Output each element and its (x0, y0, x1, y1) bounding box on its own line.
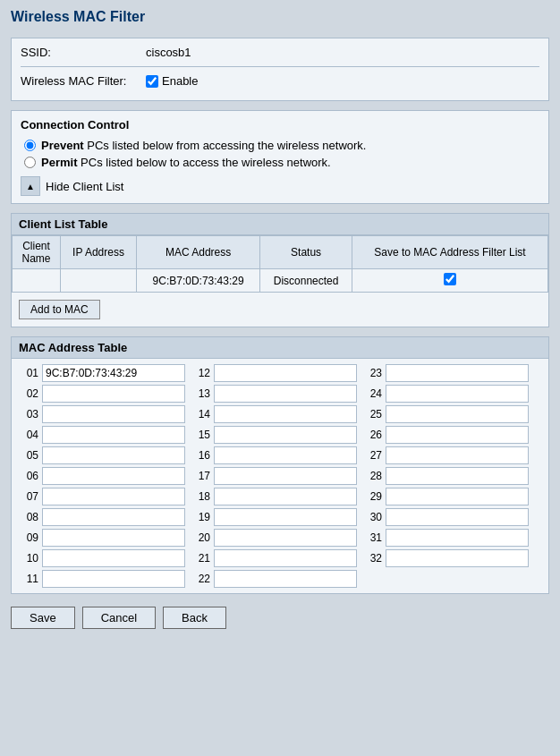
mac-entry-row: 05 (19, 446, 185, 464)
col-mac-address: MAC Address (137, 236, 260, 269)
mac-entry-row: 18 (191, 488, 357, 505)
cell-save (352, 269, 548, 293)
mac-entry-input[interactable] (214, 570, 357, 588)
save-button[interactable]: Save (11, 607, 75, 629)
mac-entry-input[interactable] (42, 549, 185, 567)
mac-entry-row: 12 (191, 364, 357, 382)
mac-entry-input[interactable] (386, 405, 529, 423)
mac-entry-row: 14 (191, 405, 357, 423)
mac-entry-number: 17 (191, 470, 210, 482)
mac-entry-number: 26 (362, 429, 382, 441)
client-list-table-section: Client List Table ClientName IP Address … (11, 213, 549, 327)
mac-entry-input[interactable] (214, 488, 357, 505)
mac-entry-row: 07 (19, 488, 185, 505)
mac-entry-number: 14 (191, 408, 210, 420)
mac-entry-row: 01 (19, 364, 185, 382)
save-checkbox[interactable] (444, 273, 456, 285)
mac-entry-input[interactable] (214, 508, 357, 526)
mac-entry-number: 22 (191, 573, 210, 585)
mac-entry-input[interactable] (214, 385, 357, 403)
col-save-to-mac: Save to MAC Address Filter List (352, 236, 548, 269)
mac-column: 23242526272829303132 (362, 364, 529, 567)
mac-entry-input[interactable] (386, 508, 529, 526)
mac-entry-row: 22 (191, 570, 357, 588)
col-ip-address: IP Address (61, 236, 137, 269)
mac-entry-input[interactable] (214, 549, 357, 567)
mac-entry-input[interactable] (42, 385, 185, 403)
wireless-mac-filter-label: Wireless MAC Filter: (21, 74, 146, 88)
mac-entry-input[interactable] (42, 467, 185, 485)
permit-radio[interactable] (24, 157, 36, 168)
hide-client-list-label: Hide Client List (46, 180, 123, 193)
prevent-radio[interactable] (24, 140, 36, 151)
enable-checkbox[interactable] (146, 75, 158, 88)
mac-entry-number: 03 (19, 408, 38, 420)
enable-checkbox-row: Enable (146, 74, 198, 88)
hide-client-list-button[interactable]: ▲ Hide Client List (21, 176, 539, 196)
mac-entry-number: 07 (19, 490, 38, 503)
mac-entry-row: 10 (19, 549, 185, 567)
cell-ip-address (61, 269, 137, 293)
mac-entry-input[interactable] (42, 508, 185, 526)
connection-control-header: Connection Control (21, 118, 539, 132)
mac-entry-number: 29 (362, 490, 382, 503)
mac-entry-number: 08 (19, 511, 38, 523)
mac-entry-input[interactable] (214, 426, 357, 444)
mac-entry-number: 16 (191, 449, 210, 462)
mac-entry-row: 26 (362, 426, 529, 444)
prevent-label: Prevent PCs listed below from accessing … (41, 139, 366, 152)
mac-entry-input[interactable] (42, 488, 185, 505)
mac-entry-row: 16 (191, 446, 357, 464)
mac-column: 0102030405060708091011 (19, 364, 185, 588)
mac-entry-row: 28 (362, 467, 529, 485)
mac-entry-row: 20 (191, 529, 357, 547)
mac-address-grid: 0102030405060708091011121314151617181920… (12, 359, 548, 593)
mac-entry-number: 02 (19, 387, 38, 400)
mac-entry-number: 25 (362, 408, 382, 420)
back-button[interactable]: Back (163, 607, 226, 629)
mac-entry-input[interactable] (214, 529, 357, 547)
mac-entry-input[interactable] (386, 446, 529, 464)
mac-entry-input[interactable] (42, 426, 185, 444)
mac-entry-row: 32 (362, 549, 529, 567)
mac-entry-input[interactable] (42, 529, 185, 547)
mac-entry-row: 24 (362, 385, 529, 403)
mac-entry-row: 25 (362, 405, 529, 423)
ssid-value: ciscosb1 (146, 46, 191, 59)
mac-entry-input[interactable] (386, 529, 529, 547)
cell-status: Disconnected (260, 269, 352, 293)
mac-entry-input[interactable] (42, 364, 185, 382)
mac-entry-row: 03 (19, 405, 185, 423)
mac-entry-number: 24 (362, 387, 382, 400)
mac-entry-number: 15 (191, 429, 210, 441)
mac-entry-number: 30 (362, 511, 382, 523)
mac-address-table-section: MAC Address Table 0102030405060708091011… (11, 336, 549, 594)
mac-entry-row: 04 (19, 426, 185, 444)
client-list-table-header: Client List Table (12, 214, 548, 235)
mac-entry-input[interactable] (214, 467, 357, 485)
mac-entry-input[interactable] (386, 385, 529, 403)
mac-entry-row: 30 (362, 508, 529, 526)
connection-control-radio-group: Prevent PCs listed below from accessing … (24, 139, 539, 169)
add-to-mac-button[interactable]: Add to MAC (19, 300, 100, 319)
mac-entry-input[interactable] (386, 467, 529, 485)
mac-entry-input[interactable] (42, 446, 185, 464)
mac-entry-number: 18 (191, 490, 210, 503)
mac-entry-input[interactable] (214, 405, 357, 423)
mac-entry-input[interactable] (386, 364, 529, 382)
mac-entry-row: 09 (19, 529, 185, 547)
mac-entry-input[interactable] (386, 488, 529, 505)
mac-entry-input[interactable] (42, 570, 185, 588)
mac-entry-input[interactable] (386, 549, 529, 567)
mac-entry-row: 19 (191, 508, 357, 526)
mac-entry-number: 21 (191, 552, 210, 565)
cancel-button[interactable]: Cancel (82, 607, 156, 629)
mac-entry-input[interactable] (214, 446, 357, 464)
mac-entry-number: 11 (19, 573, 38, 585)
client-list-table: ClientName IP Address MAC Address Status… (12, 235, 548, 293)
mac-address-table-header: MAC Address Table (12, 337, 548, 359)
mac-entry-input[interactable] (386, 426, 529, 444)
mac-entry-input[interactable] (214, 364, 357, 382)
mac-entry-row: 15 (191, 426, 357, 444)
mac-entry-input[interactable] (42, 405, 185, 423)
